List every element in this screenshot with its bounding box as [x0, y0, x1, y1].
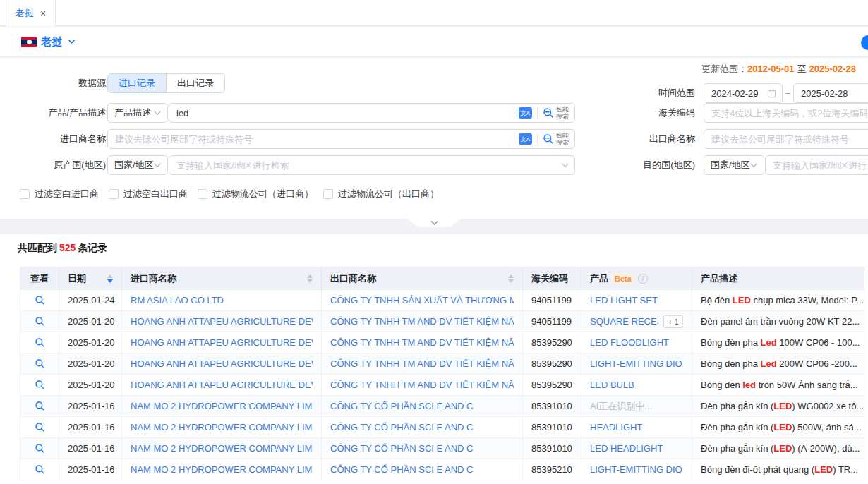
sort-icons[interactable]	[107, 274, 113, 283]
date-range-dash: –	[785, 83, 790, 103]
tab-laos[interactable]: 老挝 ×	[6, 0, 56, 26]
importer-link[interactable]: NAM MO 2 HYDROPOWER COMPANY LIMI...	[131, 464, 313, 475]
checkbox-filter-logistics-importer[interactable]: 过滤物流公司（进口商）	[198, 188, 313, 200]
magnifier-icon[interactable]	[35, 401, 45, 411]
magnifier-icon[interactable]	[35, 422, 45, 432]
product-link[interactable]: HEADLIGHT	[590, 422, 642, 432]
importer-link[interactable]: NAM MO 2 HYDROPOWER COMPANY LIMI...	[131, 443, 313, 454]
chevron-down-icon	[750, 163, 757, 168]
origin-country-input[interactable]	[169, 160, 574, 171]
exporter-link[interactable]: CÔNG TY TNHH TM AND DV TIẾT KIỆM NĂ...	[330, 358, 514, 369]
exporter-label: 出口商名称	[595, 129, 695, 149]
col-header-importer[interactable]: 进口商名称	[122, 267, 322, 290]
magnifier-icon[interactable]	[35, 358, 45, 369]
hs-code-input[interactable]	[704, 108, 868, 119]
sort-icons[interactable]	[508, 274, 514, 283]
importer-link[interactable]: HOANG ANH ATTAPEU AGRICULTURE DEVE...	[131, 380, 313, 390]
origin-country-select[interactable]: 国家/地区	[107, 155, 168, 175]
importer-link[interactable]: NAM MO 2 HYDROPOWER COMPANY LIMI...	[131, 422, 313, 432]
cell-date: 2025-01-16	[68, 464, 115, 475]
checkbox-icon[interactable]	[20, 189, 30, 199]
chevron-down-icon	[154, 163, 161, 168]
country-name[interactable]: 老挝	[41, 35, 62, 49]
magnifier-icon[interactable]	[35, 464, 45, 475]
product-link[interactable]: LIGHT-EMITTING DIO...	[590, 358, 683, 369]
tab-export-records[interactable]: 出口记录	[166, 74, 224, 92]
checkbox-filter-blank-importer[interactable]: 过滤空白进口商	[20, 188, 99, 200]
exporter-input[interactable]	[704, 134, 868, 145]
cell-description: Bóng đèn đi-ốt phát quang (LED) TR...	[701, 464, 858, 475]
tab-bar: 老挝 ×	[0, 0, 868, 26]
product-link[interactable]: LED BULB	[590, 380, 634, 390]
origin-country-field	[169, 155, 575, 175]
magnifier-icon[interactable]	[35, 295, 45, 305]
magnifier-icon[interactable]	[35, 443, 45, 454]
table-row: 2025-01-16 NAM MO 2 HYDROPOWER COMPANY L…	[20, 396, 864, 417]
magnifier-icon[interactable]	[35, 337, 45, 348]
magnifier-icon[interactable]	[35, 316, 45, 327]
checkbox-filter-logistics-exporter[interactable]: 过滤物流公司（出口商）	[323, 188, 439, 200]
translate-icon[interactable]: 文A	[519, 107, 532, 119]
cell-date: 2025-01-16	[68, 443, 115, 454]
exporter-link[interactable]: CÔNG TY TNHH TM AND DV TIẾT KIỆM NĂ...	[330, 380, 514, 390]
exporter-link[interactable]: CÔNG TY CỔ PHẦN SCI E AND C	[330, 464, 474, 475]
table-row: 2025-01-20 HOANG ANH ATTAPEU AGRICULTURE…	[20, 353, 864, 375]
magnifier-icon[interactable]	[35, 380, 45, 390]
product-link[interactable]: LIGHT-EMITTING DIO...	[590, 464, 683, 475]
update-range: 更新范围：2012-05-01至2025-02-28	[701, 63, 856, 75]
exporter-link[interactable]: CÔNG TY TNHH SẢN XUẤT VÀ THƯƠNG M...	[330, 295, 514, 305]
col-header-date[interactable]: 日期	[59, 267, 122, 290]
exporter-link[interactable]: CÔNG TY CỔ PHẦN SCI E AND C	[330, 401, 474, 411]
importer-link[interactable]: HOANG ANH ATTAPEU AGRICULTURE DEVE...	[131, 316, 313, 327]
table-row: 2025-01-16 NAM MO 2 HYDROPOWER COMPANY L…	[20, 417, 864, 438]
cell-hs-code: 94051199	[531, 316, 572, 327]
destination-select[interactable]: 国家/地区	[704, 155, 764, 175]
smart-search-button[interactable]: 智能搜索	[543, 132, 569, 146]
translate-icon[interactable]: 文A	[519, 133, 532, 145]
floating-assistant-button[interactable]	[861, 35, 868, 50]
smart-search-button[interactable]: 智能搜索	[543, 106, 569, 120]
close-icon[interactable]: ×	[40, 8, 46, 18]
results-summary: 共匹配到525条记录	[18, 242, 107, 255]
exporter-link[interactable]: CÔNG TY TNHH TM AND DV TIẾT KIỆM NĂ...	[330, 316, 514, 327]
chevron-down-icon[interactable]	[559, 156, 569, 174]
importer-input[interactable]	[108, 134, 574, 145]
chevron-down-icon[interactable]	[68, 39, 76, 44]
time-range-end-input[interactable]	[794, 88, 868, 99]
col-header-product: 产品 Beta i	[581, 267, 692, 290]
checkbox-icon[interactable]	[198, 189, 207, 199]
product-link[interactable]: SQUARE RECESS...	[590, 316, 658, 327]
info-circle-icon[interactable]: i	[638, 274, 648, 284]
importer-link[interactable]: RM ASIA LAO CO LTD	[131, 295, 224, 305]
importer-link[interactable]: HOANG ANH ATTAPEU AGRICULTURE DEVE...	[131, 337, 313, 348]
exporter-link[interactable]: CÔNG TY CỔ PHẦN SCI E AND C	[330, 443, 474, 454]
checkbox-filter-blank-exporter[interactable]: 过滤空白出口商	[109, 188, 188, 200]
tab-import-records[interactable]: 进口记录	[108, 74, 166, 92]
sort-icons[interactable]	[307, 274, 313, 283]
product-link[interactable]: LED LIGHT SET	[590, 295, 658, 305]
collapse-filters-handle[interactable]	[407, 219, 461, 227]
checkbox-icon[interactable]	[109, 189, 119, 199]
product-search-input[interactable]	[169, 108, 574, 119]
table-row: 2025-01-24 RM ASIA LAO CO LTD CÔNG TY TN…	[20, 290, 864, 311]
checkbox-icon[interactable]	[323, 189, 333, 199]
product-type-select[interactable]: 产品描述	[107, 103, 168, 123]
cell-date: 2025-01-20	[68, 380, 115, 390]
cell-hs-code: 85395210	[531, 464, 572, 475]
more-products-badge[interactable]: + 1	[663, 315, 683, 328]
time-range-start	[704, 83, 783, 103]
exporter-link[interactable]: CÔNG TY TNHH TM AND DV TIẾT KIỆM NĂ...	[330, 337, 514, 348]
importer-field: 文A 智能搜索	[107, 129, 575, 149]
importer-link[interactable]: HOANG ANH ATTAPEU AGRICULTURE DEVE...	[131, 358, 313, 369]
product-link[interactable]: LED FLOODLIGHT	[590, 337, 669, 348]
col-header-exporter[interactable]: 出口商名称	[322, 267, 523, 290]
exporter-link[interactable]: CÔNG TY CỔ PHẦN SCI E AND C	[330, 422, 474, 432]
importer-link[interactable]: NAM MO 2 HYDROPOWER COMPANY LIMI...	[131, 401, 313, 411]
destination-input[interactable]	[766, 160, 868, 171]
cell-date: 2025-01-16	[68, 422, 115, 432]
calendar-icon[interactable]	[764, 84, 776, 102]
field-divider	[537, 107, 538, 119]
product-link[interactable]: LED HEADLIGHT	[590, 443, 663, 454]
origin-country-label: 原产国(地区)	[6, 155, 106, 175]
field-divider	[537, 133, 538, 145]
